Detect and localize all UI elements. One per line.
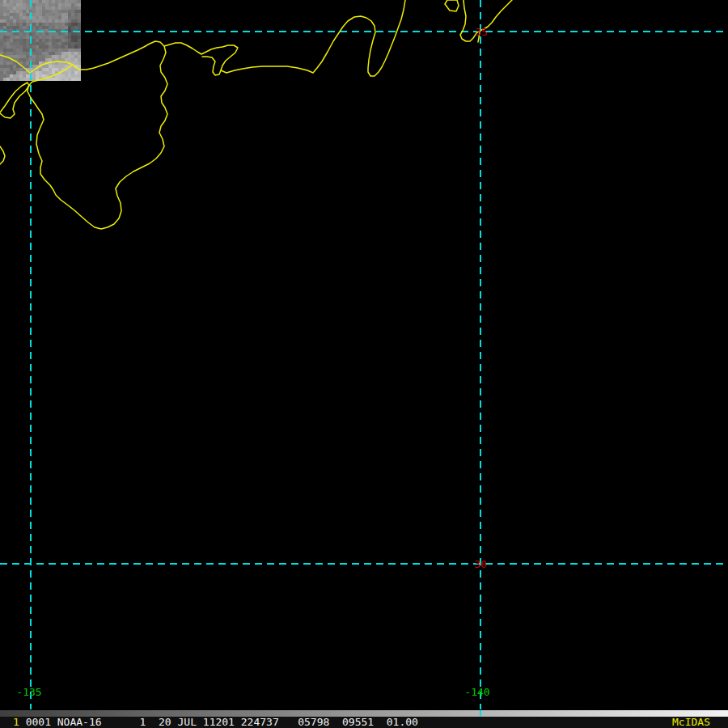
status-text-group: 1 0001 NOAA-16 1 20 JUL 11201 224737 057…: [13, 717, 418, 728]
satellite-image-patch: [0, 0, 81, 81]
mcidas-brand-label: McIDAS: [672, 717, 710, 728]
satellite-image-canvas[interactable]: [0, 0, 728, 728]
meridian-tick-mark: [480, 710, 481, 716]
image-descriptor-text: 0001 NOAA-16 1 20 JUL 11201 224737 05798…: [19, 716, 418, 728]
frame-number: 1: [13, 716, 19, 728]
mcidas-display-window: 3530-135-140 1 0001 NOAA-16 1 20 JUL 112…: [0, 0, 728, 728]
latlon-gridlines: [0, 0, 728, 709]
status-bar: 1 0001 NOAA-16 1 20 JUL 11201 224737 057…: [0, 717, 728, 728]
